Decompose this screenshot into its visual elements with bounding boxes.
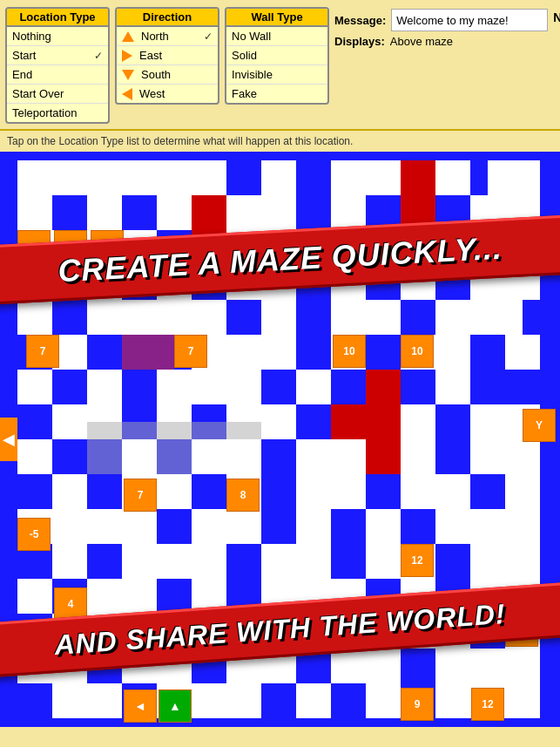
svg-rect-60 [470, 439, 540, 474]
cell-num-10a[interactable]: 10 [333, 335, 366, 368]
svg-rect-14 [331, 195, 366, 230]
maze-area[interactable]: ◀ [0, 152, 560, 727]
svg-rect-13 [226, 195, 296, 230]
cell-num-12a[interactable]: 12 [401, 544, 434, 577]
svg-rect-70 [366, 509, 401, 544]
svg-rect-51 [331, 404, 366, 439]
direction-item-north[interactable]: North ✓ [117, 27, 218, 46]
direction-item-south[interactable]: South [117, 65, 218, 85]
svg-rect-11 [87, 195, 122, 230]
direction-header: Direction [117, 9, 218, 27]
location-type-item-1[interactable]: Start ✓ [7, 46, 108, 65]
north-icon [122, 31, 134, 42]
svg-rect-56 [122, 439, 157, 474]
svg-rect-6 [261, 160, 296, 195]
svg-rect-55 [17, 439, 52, 474]
svg-rect-77 [17, 579, 52, 614]
cell-num-7[interactable]: 7 [26, 335, 59, 368]
svg-rect-72 [52, 544, 87, 579]
cell-num-7b[interactable]: 7 [174, 335, 207, 368]
location-type-header: Location Type [7, 9, 108, 27]
svg-rect-66 [505, 474, 540, 509]
svg-rect-61 [52, 474, 87, 509]
top-panel: Location Type Nothing Start ✓ End Start … [0, 0, 560, 129]
svg-rect-78 [87, 579, 157, 614]
message-label: Message: [334, 14, 386, 27]
svg-rect-93 [52, 683, 122, 718]
west-icon [122, 88, 132, 100]
wall-type-item-2[interactable]: Invisible [226, 65, 327, 85]
cell-num-10b[interactable]: 10 [401, 335, 434, 368]
direction-item-west[interactable]: West [117, 85, 218, 103]
svg-rect-74 [261, 544, 331, 579]
svg-rect-46 [366, 370, 401, 474]
cell-arrow-left[interactable]: ◄ [124, 689, 157, 723]
svg-rect-31 [87, 300, 226, 335]
svg-rect-9 [488, 160, 540, 195]
cell-num-7c[interactable]: 7 [124, 479, 157, 512]
svg-rect-69 [296, 509, 331, 544]
wall-type-item-3[interactable]: Fake [226, 85, 327, 103]
svg-rect-45 [296, 370, 331, 404]
svg-rect-95 [296, 683, 331, 718]
wall-type-column: Wall Type No Wall Solid Invisible Fake [225, 7, 329, 105]
svg-rect-96 [366, 683, 401, 718]
south-icon [122, 70, 134, 80]
svg-rect-65 [401, 474, 470, 509]
svg-rect-41 [122, 335, 174, 370]
direction-column: Direction North ✓ East South West [115, 7, 219, 105]
cell-num-vy[interactable]: Y [523, 409, 556, 442]
svg-rect-57 [192, 439, 261, 474]
svg-rect-8 [435, 160, 470, 195]
svg-rect-18 [401, 160, 435, 230]
cell-num-9a[interactable]: 9 [401, 688, 434, 721]
svg-rect-58 [296, 439, 366, 474]
location-type-item-4[interactable]: Teleportation [7, 104, 108, 122]
svg-rect-3 [87, 160, 122, 195]
location-type-item-2[interactable]: End [7, 65, 108, 85]
svg-rect-30 [17, 300, 52, 335]
wall-type-header: Wall Type [226, 9, 327, 27]
svg-rect-43 [87, 370, 122, 404]
svg-rect-7 [331, 160, 401, 195]
svg-rect-71 [435, 509, 540, 544]
message-area: Message: Displays: Above maze [334, 7, 548, 50]
displays-label: Displays: [334, 35, 385, 48]
cell-num-12c[interactable]: 12 [471, 688, 504, 721]
svg-rect-4 [122, 160, 157, 195]
wall-type-item-0[interactable]: No Wall [226, 27, 327, 46]
svg-rect-37 [192, 335, 296, 370]
svg-rect-34 [435, 300, 523, 335]
svg-rect-64 [296, 474, 366, 509]
svg-rect-40 [505, 335, 540, 370]
svg-rect-76 [470, 544, 540, 579]
svg-rect-12 [157, 195, 192, 230]
svg-rect-92 [435, 649, 540, 683]
svg-rect-44 [157, 370, 261, 404]
svg-rect-32 [261, 300, 296, 335]
svg-rect-52 [401, 404, 435, 439]
wall-type-item-1[interactable]: Solid [226, 46, 327, 65]
location-type-column: Location Type Nothing Start ✓ End Start … [5, 7, 110, 124]
svg-rect-33 [331, 300, 401, 335]
message-input[interactable] [391, 9, 548, 31]
cell-num-8a[interactable]: 8 [226, 479, 260, 512]
location-type-item-3[interactable]: Start Over [7, 85, 108, 104]
direction-item-east[interactable]: East [117, 46, 218, 65]
svg-rect-47 [435, 370, 470, 404]
east-icon [122, 50, 132, 62]
right-panel: N [553, 7, 560, 24]
svg-rect-42 [17, 370, 52, 404]
instruction-bar: Tap on the Location Type list to determi… [0, 129, 560, 152]
svg-rect-68 [192, 509, 261, 544]
cell-num-5a[interactable]: -5 [17, 518, 51, 551]
message-row: Message: [334, 9, 548, 31]
svg-rect-73 [122, 544, 226, 579]
displays-value: Above maze [390, 35, 453, 48]
svg-rect-2 [52, 160, 87, 195]
svg-rect-1 [17, 160, 52, 195]
location-type-item-0[interactable]: Nothing [7, 27, 108, 46]
cell-green-start[interactable]: ▲ [159, 689, 192, 723]
left-nav-arrow[interactable]: ◀ [0, 418, 17, 461]
svg-rect-10 [17, 195, 52, 230]
